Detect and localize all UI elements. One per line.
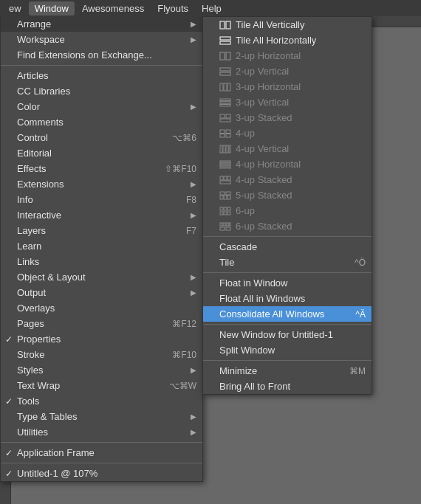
menu-item-properties[interactable]: ✓ Properties	[1, 331, 202, 347]
arrow-icon: ▶	[191, 20, 196, 28]
svg-rect-49	[226, 227, 230, 230]
menu-item-utilities[interactable]: Utilities ▶	[1, 424, 202, 440]
svg-rect-12	[220, 101, 230, 103]
menu-item-learn[interactable]: Learn	[1, 238, 202, 254]
menu-item-interactive[interactable]: Interactive ▶	[1, 207, 202, 223]
menu-item-float-all-in-windows[interactable]: Float All in Windows	[203, 291, 372, 306]
menu-item-effects[interactable]: Effects ⇧⌘F10	[1, 161, 202, 176]
menu-item-styles[interactable]: Styles ▶	[1, 362, 202, 378]
menu-item-workspace[interactable]: Workspace ▶	[1, 32, 202, 47]
menu-item-5up-stacked[interactable]: 5-up Stacked	[203, 187, 372, 203]
svg-rect-22	[223, 145, 225, 153]
arrow-icon: ▶	[191, 366, 196, 374]
svg-rect-18	[226, 130, 230, 134]
svg-rect-9	[224, 83, 227, 91]
svg-rect-24	[229, 145, 230, 153]
menu-item-pages[interactable]: Pages ⌘F12	[1, 316, 202, 331]
menu-item-info[interactable]: Info F8	[1, 192, 202, 207]
2up-vert-icon	[219, 67, 231, 76]
arrow-icon: ▶	[191, 211, 196, 219]
svg-rect-17	[220, 130, 225, 134]
menu-item-tools[interactable]: ✓ Tools	[1, 393, 202, 409]
svg-rect-14	[220, 114, 225, 118]
menu-flyouts[interactable]: Flyouts	[151, 1, 194, 15]
svg-rect-42	[224, 212, 227, 215]
menu-item-3up-vert[interactable]: 3-up Vertical	[203, 94, 372, 110]
menu-item-minimize[interactable]: Minimize ⌘M	[203, 363, 372, 379]
menu-item-3up-stacked[interactable]: 3-up Stacked	[203, 110, 372, 125]
svg-rect-36	[224, 196, 227, 199]
tile-vert-icon	[219, 21, 231, 30]
check-icon: ✓	[5, 334, 13, 345]
menu-item-stroke[interactable]: Stroke ⌘F10	[1, 347, 202, 362]
svg-rect-19	[220, 134, 225, 137]
svg-rect-40	[227, 207, 230, 210]
check-icon: ✓	[5, 469, 13, 479]
svg-rect-37	[227, 196, 230, 199]
menu-item-comments[interactable]: Comments	[1, 114, 202, 130]
menu-item-bring-all-front[interactable]: Bring All to Front	[203, 379, 372, 394]
menu-item-3up-horiz[interactable]: 3-up Horizontal	[203, 79, 372, 94]
menu-item-4up-vert[interactable]: 4-up Vertical	[203, 141, 372, 156]
menu-item-app-frame[interactable]: ✓ Application Frame	[1, 445, 202, 460]
menu-item-find-extensions[interactable]: Find Extensions on Exchange...	[1, 47, 202, 63]
svg-rect-43	[227, 212, 230, 215]
menu-item-2up-horiz[interactable]: 2-up Horizontal	[203, 48, 372, 63]
menu-item-cascade[interactable]: Cascade	[203, 239, 372, 255]
check-icon: ✓	[5, 396, 13, 407]
menu-item-untitled[interactable]: ✓ Untitled-1 @ 107%	[1, 466, 202, 481]
menu-item-tile-all-horiz[interactable]: Tile All Horizontally	[203, 32, 372, 48]
svg-rect-31	[227, 176, 230, 180]
menu-item-editorial[interactable]: Editorial	[1, 145, 202, 161]
svg-rect-21	[220, 145, 222, 153]
menu-item-4up[interactable]: 4-up	[203, 125, 372, 141]
menu-item-split-window[interactable]: Split Window	[203, 342, 372, 358]
arrow-icon: ▶	[191, 103, 196, 111]
svg-rect-47	[229, 223, 230, 226]
menu-item-arrange[interactable]: Arrange ▶	[1, 16, 202, 32]
4up-horiz-icon	[219, 160, 231, 169]
separator	[1, 442, 202, 443]
menu-item-links[interactable]: Links	[1, 254, 202, 269]
menu-bar: ew Window Awesomeness Flyouts Help	[0, 0, 421, 16]
menu-item-new-window[interactable]: New Window for Untitled-1	[203, 327, 372, 342]
svg-rect-10	[227, 83, 230, 91]
menu-item-control[interactable]: Control ⌥⌘6	[1, 130, 202, 145]
menu-item-color[interactable]: Color ▶	[1, 99, 202, 114]
arrow-icon: ▶	[191, 289, 196, 297]
arrow-icon: ▶	[191, 35, 196, 44]
svg-rect-20	[226, 134, 230, 137]
2up-horiz-icon	[219, 52, 231, 61]
menu-item-consolidate-all-windows[interactable]: Consolidate All Windows ^Ä	[203, 306, 372, 322]
menu-window[interactable]: Window	[29, 1, 75, 15]
menu-help[interactable]: Help	[196, 1, 227, 15]
svg-rect-1	[226, 21, 230, 29]
menu-item-float-in-window[interactable]: Float in Window	[203, 275, 372, 291]
arrow-icon: ▶	[191, 273, 196, 281]
menu-item-articles[interactable]: Articles	[1, 68, 202, 83]
menu-item-text-wrap[interactable]: Text Wrap ⌥⌘W	[1, 378, 202, 393]
svg-rect-0	[220, 21, 225, 29]
menu-item-tile[interactable]: Tile ^Ö	[203, 255, 372, 270]
menu-item-overlays[interactable]: Overlays	[1, 300, 202, 316]
menu-item-object-layout[interactable]: Object & Layout ▶	[1, 269, 202, 285]
menu-item-4up-horiz[interactable]: 4-up Horizontal	[203, 156, 372, 172]
svg-rect-33	[220, 192, 225, 195]
menu-item-extensions[interactable]: Extensions ▶	[1, 176, 202, 192]
menu-item-output[interactable]: Output ▶	[1, 285, 202, 300]
menu-item-cc-libraries[interactable]: CC Libraries	[1, 83, 202, 99]
dropdown-container: Arrange ▶ Workspace ▶ Find Extensions on…	[0, 16, 203, 482]
menu-item-6up-stacked[interactable]: 6-up Stacked	[203, 218, 372, 234]
svg-rect-48	[220, 227, 225, 230]
menu-item-type-tables[interactable]: Type & Tables ▶	[1, 409, 202, 424]
menu-item-2up-vert[interactable]: 2-up Vertical	[203, 63, 372, 79]
arrange-submenu: Tile All Vertically Tile All Horizontall…	[202, 16, 372, 395]
menu-item-4up-stacked[interactable]: 4-up Stacked	[203, 172, 372, 187]
menu-item-layers[interactable]: Layers F7	[1, 223, 202, 238]
menu-awesomeness[interactable]: Awesomeness	[76, 1, 150, 15]
menu-item-tile-all-vert[interactable]: Tile All Vertically	[203, 17, 372, 32]
menu-ew[interactable]: ew	[3, 1, 27, 15]
menu-item-6up[interactable]: 6-up	[203, 203, 372, 218]
svg-rect-15	[226, 114, 230, 118]
separator	[203, 272, 372, 273]
